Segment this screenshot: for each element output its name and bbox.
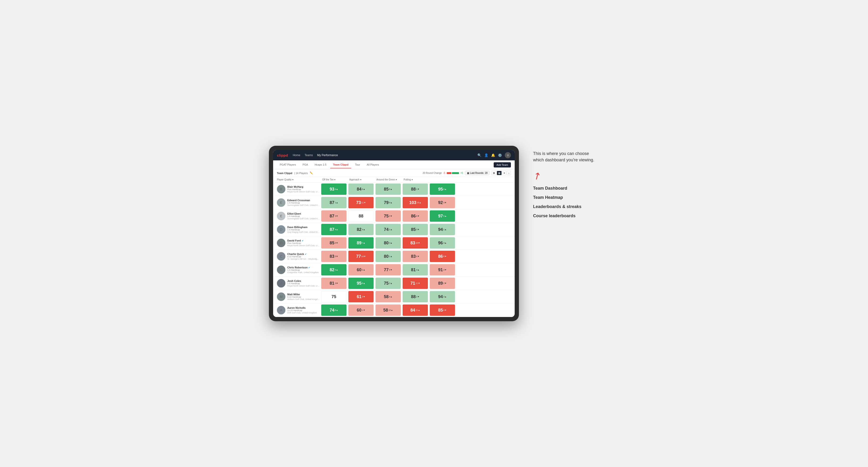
dashboard-option-0[interactable]: Team Dashboard (533, 186, 599, 191)
col-approach[interactable]: Approach ▾ (347, 177, 375, 182)
player-info-cell[interactable]: A Aaron Nicholls 11-15 Handicap Drift Go… (273, 304, 320, 316)
data-table: Player Quality ▾ Off the Tee ▾ Approach … (273, 177, 515, 317)
view-heatmap-button[interactable]: ▦ (497, 171, 502, 175)
player-info-cell[interactable]: E Edward Crossman 1-5 Handicap Sunningda… (273, 196, 320, 209)
score-value: 58 (384, 294, 389, 299)
player-club: Royal North Devon Golf Club, United King… (287, 285, 320, 287)
player-avatar: C (277, 266, 285, 274)
score-value: 60 (357, 268, 362, 272)
player-handicap: Plus Handicap (287, 242, 320, 244)
nav-teams[interactable]: Teams (305, 153, 313, 158)
score-cell-off_tee: 60 1▼ (347, 304, 375, 317)
nav-bar: clippd Home Teams My Performance 🔍 👤 🔔 ⚙… (273, 150, 515, 160)
nav-links: Home Teams My Performance (293, 153, 473, 158)
player-info-cell[interactable]: D Dave Billingham 1-5 Handicap Gog Magog… (273, 223, 320, 236)
score-box: 75 2▲ (375, 278, 401, 289)
score-box: 83 3▼ (321, 251, 346, 262)
last-rounds-button[interactable]: ▦ Last Rounds: 20 (465, 171, 490, 175)
team-header: Team Clippd | 14 Players ✏️ 20 Round Cha… (273, 169, 515, 177)
score-cell-player_quality: 74 8▲ (320, 304, 347, 317)
player-club: Royal North Devon Golf Club, United King… (287, 191, 320, 193)
score-cell-player_quality: 87 4▲ (320, 223, 347, 236)
sub-nav-hcaps[interactable]: Hcaps 1-5 (312, 161, 329, 168)
score-change: 9▲ (443, 188, 447, 191)
player-info-cell[interactable]: C Charlie Quick ✔ 6-10 Handicap St. Geor… (273, 250, 320, 262)
view-export-button[interactable]: ↓ (507, 171, 511, 175)
score-change: 3▼ (335, 255, 338, 258)
col-player-quality[interactable]: Player Quality ▾ (273, 177, 320, 182)
dashboard-option-1[interactable]: Team Heatmap (533, 195, 599, 200)
user-avatar[interactable]: U (505, 152, 511, 158)
col-off-tee[interactable]: Off the Tee ▾ (320, 177, 347, 182)
table-row: E Elliot Ebert 1-5 Handicap Sunningdale … (273, 210, 515, 223)
table-row: C Charlie Quick ✔ 6-10 Handicap St. Geor… (273, 250, 515, 263)
player-club: Sunningdale Golf Club, United Kingdom (287, 217, 320, 220)
dashboard-option-2[interactable]: Leaderboards & streaks (533, 204, 599, 209)
score-value: 93 (330, 187, 335, 192)
score-change: 3▼ (416, 228, 420, 231)
score-cell-approach: 77 3▼ (375, 263, 402, 276)
dashboard-option-3[interactable]: Course leaderboards (533, 214, 599, 218)
player-details: Edward Crossman 1-5 Handicap Sunningdale… (287, 199, 320, 206)
sub-nav-team-clippd[interactable]: Team Clippd (330, 161, 351, 168)
view-icons: ⊞ ▦ ≡ ↓ (492, 171, 511, 175)
profile-icon[interactable]: 👤 (484, 153, 488, 157)
settings-icon[interactable]: ⚙️ (498, 153, 502, 157)
tablet-screen: clippd Home Teams My Performance 🔍 👤 🔔 ⚙… (273, 150, 515, 317)
add-team-button[interactable]: Add Team (494, 162, 511, 167)
edit-icon[interactable]: ✏️ (310, 172, 313, 175)
score-cell-player_quality: 82 3▲ (320, 263, 347, 276)
player-info-cell[interactable]: D David Ford ✔ Plus Handicap Royal North… (273, 237, 320, 249)
score-value: 95 (438, 187, 443, 192)
score-change: 2▼ (443, 282, 447, 285)
player-name: Elliot Ebert (287, 212, 320, 215)
change-bar (447, 172, 459, 174)
score-change: 3▲ (335, 269, 338, 271)
player-avatar: E (277, 212, 285, 220)
sub-nav-tour[interactable]: Tour (352, 161, 363, 168)
player-name: Dave Billingham (287, 226, 320, 228)
view-grid-button[interactable]: ⊞ (492, 171, 496, 175)
score-value: 80 (384, 241, 389, 246)
score-change: 10▲ (389, 309, 393, 312)
sub-nav-pgat[interactable]: PGAT Players (277, 161, 299, 168)
verified-icon: ✔ (308, 267, 310, 269)
player-name: Charlie Quick ✔ (287, 253, 320, 255)
col-around-green[interactable]: Around the Green ▾ (375, 177, 402, 182)
player-info-cell[interactable]: J Josh Coles 1-5 Handicap Royal North De… (273, 277, 320, 289)
nav-my-performance[interactable]: My Performance (317, 153, 338, 158)
score-cell-around_green: 81 4▲ (402, 263, 429, 276)
score-value: 71 (410, 281, 415, 286)
score-value: 87 (330, 214, 335, 219)
col-putting[interactable]: Putting ▾ (402, 177, 429, 182)
nav-home[interactable]: Home (293, 153, 300, 158)
score-box: 87 1▲ (321, 197, 346, 208)
score-value: 79 (384, 200, 389, 205)
score-change: 6▼ (416, 255, 420, 258)
score-change: 3▲ (443, 242, 447, 244)
score-value: 82 (330, 268, 335, 272)
score-change: 4▲ (362, 228, 365, 231)
score-value: 84 (357, 187, 362, 192)
search-icon[interactable]: 🔍 (477, 153, 482, 157)
player-info-cell[interactable]: M Matt Miller 6-10 Handicap Woburn Golf … (273, 290, 320, 303)
player-avatar: D (277, 239, 285, 247)
bell-icon[interactable]: 🔔 (491, 153, 495, 157)
sub-nav-all-players[interactable]: All Players (364, 161, 382, 168)
player-info-cell[interactable]: E Elliot Ebert 1-5 Handicap Sunningdale … (273, 210, 320, 222)
arrow-icon: ↗ (531, 169, 543, 183)
score-box: 60 1▼ (348, 305, 374, 316)
score-cell-player_quality: 75 (320, 290, 347, 303)
player-info-cell[interactable]: B Blair McHarg Plus Handicap Royal North… (273, 183, 320, 195)
score-change: 3▼ (335, 242, 338, 244)
player-handicap: 1-5 Handicap (287, 201, 320, 204)
view-list-button[interactable]: ≡ (502, 171, 506, 175)
sub-nav-pga[interactable]: PGA (300, 161, 311, 168)
player-info-cell[interactable]: C Chris Robertson ✔ 1-5 Handicap Craigmi… (273, 264, 320, 276)
player-handicap: 1-5 Handicap (287, 282, 320, 285)
score-cell-off_tee: 73 11▼ (347, 196, 375, 209)
score-change: 6▼ (416, 215, 420, 217)
player-avatar: A (277, 306, 285, 314)
score-value: 74 (384, 227, 389, 232)
score-box: 89 7▲ (348, 237, 374, 249)
